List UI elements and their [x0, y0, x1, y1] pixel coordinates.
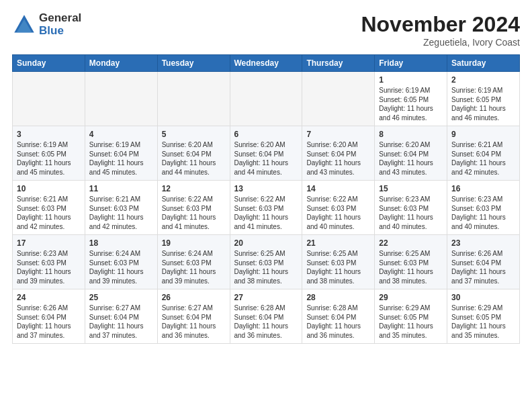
day-number: 8: [379, 130, 443, 139]
day-number: 1: [379, 75, 443, 85]
day-info: Sunrise: 6:19 AM Sunset: 6:05 PM Dayligh…: [379, 86, 443, 122]
calendar-cell: 7Sunrise: 6:20 AM Sunset: 6:04 PM Daylig…: [302, 126, 375, 181]
calendar-cell: 22Sunrise: 6:25 AM Sunset: 6:03 PM Dayli…: [375, 235, 447, 289]
weekday-header-saturday: Saturday: [447, 55, 520, 72]
day-number: 4: [89, 130, 153, 139]
title-block: November 2024 Zeguetiela, Ivory Coast: [361, 12, 520, 48]
calendar-cell: 25Sunrise: 6:27 AM Sunset: 6:04 PM Dayli…: [85, 289, 157, 344]
day-info: Sunrise: 6:25 AM Sunset: 6:03 PM Dayligh…: [234, 249, 298, 285]
day-number: 12: [162, 184, 226, 193]
day-info: Sunrise: 6:20 AM Sunset: 6:04 PM Dayligh…: [234, 140, 298, 177]
day-number: 15: [379, 184, 443, 193]
day-number: 14: [306, 184, 370, 193]
day-info: Sunrise: 6:29 AM Sunset: 6:05 PM Dayligh…: [451, 304, 515, 340]
day-number: 20: [234, 238, 298, 248]
day-number: 7: [306, 130, 370, 139]
day-info: Sunrise: 6:24 AM Sunset: 6:03 PM Dayligh…: [162, 249, 226, 285]
day-info: Sunrise: 6:22 AM Sunset: 6:03 PM Dayligh…: [306, 195, 370, 231]
calendar-cell: 9Sunrise: 6:21 AM Sunset: 6:04 PM Daylig…: [447, 126, 520, 181]
calendar-cell: 5Sunrise: 6:20 AM Sunset: 6:04 PM Daylig…: [157, 126, 230, 181]
logo-text: General Blue: [39, 12, 81, 37]
day-number: 3: [17, 130, 81, 139]
day-info: Sunrise: 6:22 AM Sunset: 6:03 PM Dayligh…: [234, 195, 298, 231]
calendar-cell: 27Sunrise: 6:28 AM Sunset: 6:04 PM Dayli…: [230, 289, 302, 344]
calendar-cell: [302, 72, 375, 126]
day-info: Sunrise: 6:27 AM Sunset: 6:04 PM Dayligh…: [89, 304, 153, 340]
calendar-cell: 16Sunrise: 6:23 AM Sunset: 6:03 PM Dayli…: [447, 181, 520, 235]
day-info: Sunrise: 6:19 AM Sunset: 6:05 PM Dayligh…: [17, 140, 81, 177]
day-number: 13: [234, 184, 298, 193]
calendar-cell: [157, 72, 230, 126]
logo-blue-text: Blue: [39, 25, 81, 38]
calendar-cell: 14Sunrise: 6:22 AM Sunset: 6:03 PM Dayli…: [302, 181, 375, 235]
header: General Blue November 2024 Zeguetiela, I…: [12, 12, 520, 48]
calendar-cell: 10Sunrise: 6:21 AM Sunset: 6:03 PM Dayli…: [13, 181, 85, 235]
calendar-week-2: 3Sunrise: 6:19 AM Sunset: 6:05 PM Daylig…: [13, 126, 520, 181]
page: General Blue November 2024 Zeguetiela, I…: [0, 0, 532, 351]
calendar-week-3: 10Sunrise: 6:21 AM Sunset: 6:03 PM Dayli…: [13, 181, 520, 235]
day-info: Sunrise: 6:29 AM Sunset: 6:05 PM Dayligh…: [379, 304, 443, 340]
day-number: 19: [162, 238, 226, 248]
calendar-cell: 6Sunrise: 6:20 AM Sunset: 6:04 PM Daylig…: [230, 126, 302, 181]
day-info: Sunrise: 6:28 AM Sunset: 6:04 PM Dayligh…: [306, 304, 370, 340]
calendar-week-5: 24Sunrise: 6:26 AM Sunset: 6:04 PM Dayli…: [13, 289, 520, 344]
day-number: 18: [89, 238, 153, 248]
day-info: Sunrise: 6:19 AM Sunset: 6:05 PM Dayligh…: [451, 86, 515, 122]
calendar-week-4: 17Sunrise: 6:23 AM Sunset: 6:03 PM Dayli…: [13, 235, 520, 289]
weekday-header-sunday: Sunday: [13, 55, 85, 72]
day-number: 22: [379, 238, 443, 248]
calendar-table: SundayMondayTuesdayWednesdayThursdayFrid…: [12, 54, 520, 344]
calendar-cell: [85, 72, 157, 126]
logo-general-text: General: [39, 12, 81, 25]
day-number: 17: [17, 238, 81, 248]
day-info: Sunrise: 6:23 AM Sunset: 6:03 PM Dayligh…: [17, 249, 81, 285]
day-info: Sunrise: 6:28 AM Sunset: 6:04 PM Dayligh…: [234, 304, 298, 340]
weekday-header-thursday: Thursday: [302, 55, 375, 72]
day-info: Sunrise: 6:25 AM Sunset: 6:03 PM Dayligh…: [306, 249, 370, 285]
month-title: November 2024: [361, 12, 520, 37]
calendar-cell: 13Sunrise: 6:22 AM Sunset: 6:03 PM Dayli…: [230, 181, 302, 235]
day-info: Sunrise: 6:20 AM Sunset: 6:04 PM Dayligh…: [379, 140, 443, 177]
day-number: 26: [162, 293, 226, 302]
location-title: Zeguetiela, Ivory Coast: [361, 37, 520, 48]
weekday-header-tuesday: Tuesday: [157, 55, 230, 72]
calendar-cell: 21Sunrise: 6:25 AM Sunset: 6:03 PM Dayli…: [302, 235, 375, 289]
day-info: Sunrise: 6:20 AM Sunset: 6:04 PM Dayligh…: [162, 140, 226, 177]
day-info: Sunrise: 6:19 AM Sunset: 6:04 PM Dayligh…: [89, 140, 153, 177]
calendar-cell: [13, 72, 85, 126]
day-number: 23: [451, 238, 515, 248]
day-info: Sunrise: 6:21 AM Sunset: 6:03 PM Dayligh…: [17, 195, 81, 231]
calendar-cell: 24Sunrise: 6:26 AM Sunset: 6:04 PM Dayli…: [13, 289, 85, 344]
calendar-cell: 19Sunrise: 6:24 AM Sunset: 6:03 PM Dayli…: [157, 235, 230, 289]
day-info: Sunrise: 6:21 AM Sunset: 6:03 PM Dayligh…: [89, 195, 153, 231]
day-info: Sunrise: 6:26 AM Sunset: 6:04 PM Dayligh…: [451, 249, 515, 285]
calendar-cell: 8Sunrise: 6:20 AM Sunset: 6:04 PM Daylig…: [375, 126, 447, 181]
day-info: Sunrise: 6:21 AM Sunset: 6:04 PM Dayligh…: [451, 140, 515, 177]
calendar-cell: [230, 72, 302, 126]
calendar-cell: 15Sunrise: 6:23 AM Sunset: 6:03 PM Dayli…: [375, 181, 447, 235]
calendar-cell: 4Sunrise: 6:19 AM Sunset: 6:04 PM Daylig…: [85, 126, 157, 181]
day-number: 5: [162, 130, 226, 139]
day-number: 6: [234, 130, 298, 139]
calendar-cell: 11Sunrise: 6:21 AM Sunset: 6:03 PM Dayli…: [85, 181, 157, 235]
day-info: Sunrise: 6:27 AM Sunset: 6:04 PM Dayligh…: [162, 304, 226, 340]
calendar-cell: 18Sunrise: 6:24 AM Sunset: 6:03 PM Dayli…: [85, 235, 157, 289]
weekday-header-monday: Monday: [85, 55, 157, 72]
calendar-cell: 30Sunrise: 6:29 AM Sunset: 6:05 PM Dayli…: [447, 289, 520, 344]
weekday-header-wednesday: Wednesday: [230, 55, 302, 72]
calendar-week-1: 1Sunrise: 6:19 AM Sunset: 6:05 PM Daylig…: [13, 72, 520, 126]
calendar-cell: 20Sunrise: 6:25 AM Sunset: 6:03 PM Dayli…: [230, 235, 302, 289]
day-info: Sunrise: 6:26 AM Sunset: 6:04 PM Dayligh…: [17, 304, 81, 340]
day-number: 24: [17, 293, 81, 302]
calendar-cell: 26Sunrise: 6:27 AM Sunset: 6:04 PM Dayli…: [157, 289, 230, 344]
day-number: 16: [451, 184, 515, 193]
day-number: 9: [451, 130, 515, 139]
calendar-cell: 29Sunrise: 6:29 AM Sunset: 6:05 PM Dayli…: [375, 289, 447, 344]
calendar-cell: 3Sunrise: 6:19 AM Sunset: 6:05 PM Daylig…: [13, 126, 85, 181]
day-number: 2: [451, 75, 515, 85]
day-number: 21: [306, 238, 370, 248]
calendar-cell: 23Sunrise: 6:26 AM Sunset: 6:04 PM Dayli…: [447, 235, 520, 289]
day-info: Sunrise: 6:22 AM Sunset: 6:03 PM Dayligh…: [162, 195, 226, 231]
day-number: 10: [17, 184, 81, 193]
day-number: 25: [89, 293, 153, 302]
